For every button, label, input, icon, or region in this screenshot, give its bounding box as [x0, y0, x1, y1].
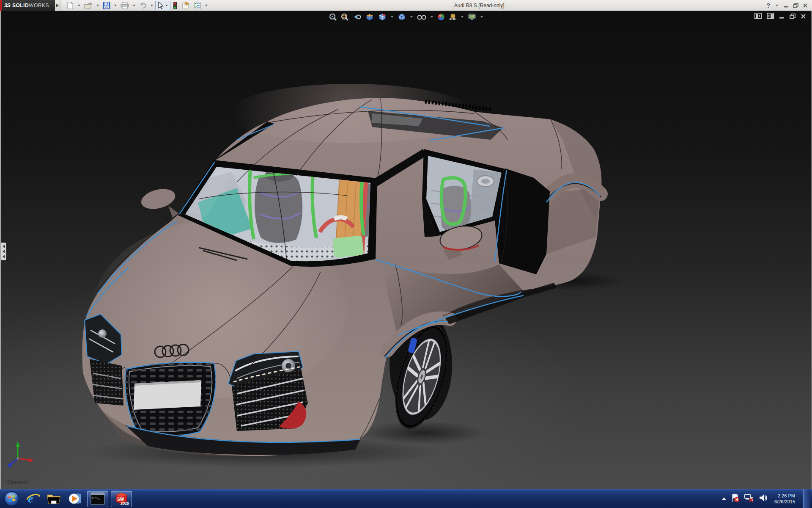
apply-scene-caret[interactable] — [461, 16, 464, 18]
3ds-logo-mark: 3S — [4, 2, 10, 8]
file-properties-button[interactable] — [180, 1, 191, 10]
y-axis-arrow — [16, 442, 20, 447]
intake-left — [90, 359, 123, 406]
media-player-button[interactable] — [66, 490, 85, 508]
graphics-viewport[interactable]: *Dimetric — [0, 11, 812, 489]
action-center-icon[interactable] — [730, 493, 740, 504]
network-disconnected-icon[interactable] — [744, 493, 754, 504]
pane-right-button[interactable] — [767, 13, 774, 21]
show-hidden-icons-button[interactable] — [722, 497, 726, 500]
dassault-red-strip — [0, 0, 2, 11]
solidworks-2015-button[interactable]: SW 2015 — [111, 491, 132, 507]
view-orientation-label: *Dimetric — [6, 479, 28, 486]
main-toolbar — [60, 1, 209, 10]
tray-clock[interactable]: 2:26 PM 6/26/2015 — [774, 493, 795, 505]
solidworks-year-badge: 2015 — [120, 501, 129, 505]
options-dropdown-caret[interactable] — [205, 5, 208, 6]
brand-works: WORKS — [29, 3, 49, 8]
apply-scene-button[interactable] — [448, 12, 458, 22]
solidworks-logo: 3S SOLIDWORKS — [0, 0, 55, 11]
tray-date: 6/26/2015 — [774, 499, 795, 505]
hide-show-items-button[interactable] — [416, 12, 428, 22]
save-button[interactable] — [101, 1, 112, 10]
reference-triad — [4, 440, 42, 470]
hide-show-items-caret[interactable] — [431, 16, 433, 18]
select-dropdown-caret[interactable] — [165, 5, 168, 6]
document-window-controls — [754, 13, 806, 21]
open-dropdown-caret[interactable] — [96, 5, 99, 6]
undo-button[interactable] — [137, 1, 148, 10]
windows-taskbar: e — [0, 489, 812, 508]
doc-minimize-button[interactable] — [779, 13, 785, 21]
headsup-view-toolbar — [328, 12, 484, 22]
view-settings-button[interactable] — [466, 12, 477, 22]
close-button[interactable] — [803, 3, 808, 8]
command-prompt-button[interactable]: C:\_ — [87, 491, 108, 507]
svg-text:e: e — [28, 492, 33, 505]
brand-solid: SOLID — [12, 3, 29, 8]
solidworks-window: 3S SOLIDWORKS — [0, 0, 812, 508]
pane-left-button[interactable] — [754, 13, 762, 21]
minimize-button[interactable] — [784, 3, 789, 8]
view-orientation-caret[interactable] — [391, 16, 393, 18]
system-tray: 2:26 PM 6/26/2015 — [722, 489, 812, 508]
volume-icon[interactable] — [758, 493, 768, 504]
doc-restore-button[interactable] — [790, 13, 796, 21]
select-tool-button[interactable] — [155, 1, 170, 10]
print-dropdown-caret[interactable] — [133, 5, 135, 6]
tray-time: 2:26 PM — [774, 493, 795, 499]
save-dropdown-caret[interactable] — [114, 5, 117, 6]
car-model-audi-r8[interactable] — [1, 11, 811, 489]
edit-appearance-button[interactable] — [436, 12, 446, 22]
feature-manager-collapsed-tab[interactable] — [1, 243, 6, 260]
window-title: Audi R8 S [Read-only] — [209, 3, 766, 8]
help-button[interactable]: ? — [766, 2, 770, 9]
display-style-button[interactable] — [396, 12, 407, 22]
display-style-caret[interactable] — [410, 16, 413, 18]
options-button[interactable] — [192, 1, 203, 10]
internet-explorer-button[interactable]: e — [24, 490, 42, 508]
x-axis-arrow — [29, 458, 34, 462]
previous-view-button[interactable] — [351, 12, 362, 22]
front-grille — [125, 362, 216, 437]
cmd-prompt-text: C:\_ — [92, 496, 100, 500]
print-button[interactable] — [119, 1, 131, 10]
doc-close-button[interactable] — [801, 13, 806, 21]
section-view-button[interactable] — [364, 12, 375, 22]
view-settings-caret[interactable] — [480, 16, 483, 18]
title-bar: 3S SOLIDWORKS — [0, 0, 812, 11]
menu-expand-arrow[interactable] — [55, 0, 60, 11]
zoom-to-fit-button[interactable] — [328, 12, 338, 22]
zoom-to-area-button[interactable] — [340, 12, 350, 22]
windows-explorer-button[interactable] — [45, 490, 63, 508]
rebuild-traffic-light-button[interactable] — [171, 1, 179, 10]
window-controls: ? — [766, 2, 812, 9]
mirror-left — [139, 185, 178, 218]
show-desktop-button[interactable] — [803, 489, 810, 508]
new-document-button[interactable] — [65, 1, 76, 10]
restore-button[interactable] — [793, 3, 798, 8]
open-document-button[interactable] — [82, 1, 94, 10]
new-dropdown-caret[interactable] — [78, 5, 80, 6]
undo-dropdown-caret[interactable] — [151, 5, 153, 6]
help-dropdown-caret[interactable] — [776, 5, 778, 6]
start-button[interactable] — [3, 490, 21, 508]
view-orientation-button[interactable] — [377, 12, 388, 22]
